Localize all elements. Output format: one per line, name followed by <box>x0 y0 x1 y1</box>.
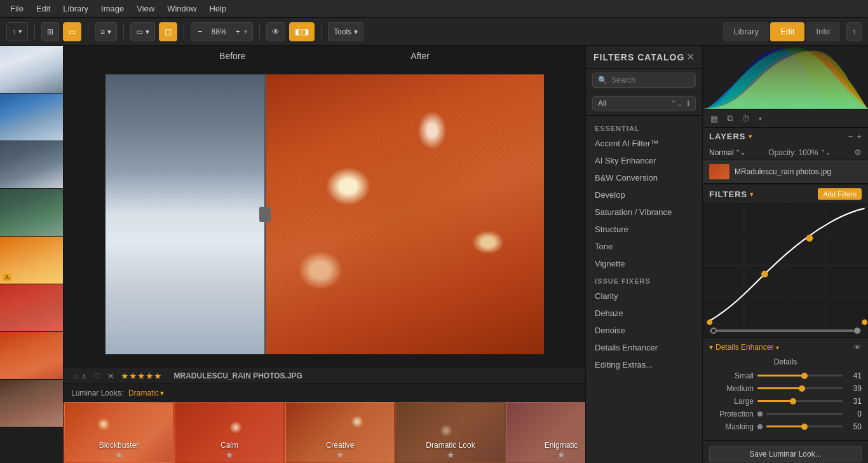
menu-help[interactable]: Help <box>204 3 231 15</box>
param-masking-slider[interactable] <box>766 425 843 427</box>
thumbnail-3[interactable] <box>0 141 64 189</box>
menu-edit[interactable]: Edit <box>31 3 55 15</box>
tab-info[interactable]: Info <box>806 22 840 41</box>
layer-item[interactable]: MRadulescu_rain photos.jpg <box>703 160 868 184</box>
layer-settings-btn[interactable]: ⚙ <box>854 148 862 157</box>
details-chevron: ▾ <box>709 343 713 352</box>
details-enhancer-section: ▾ Details Enhancer ▾ 👁 Details Small 41 … <box>703 338 868 441</box>
look-enigmatic-star[interactable]: ★ <box>557 450 566 460</box>
histogram-icon[interactable]: ▦ <box>708 113 721 125</box>
layers-icon[interactable]: ⧉ <box>724 112 735 125</box>
search-input[interactable] <box>611 76 690 85</box>
tab-edit[interactable]: Edit <box>770 22 804 41</box>
blend-mode-selector[interactable]: Normal ⌃⌄ <box>709 148 745 157</box>
zoom-plus-button[interactable]: + <box>234 27 242 36</box>
save-luminar-look-button[interactable]: Save Luminar Look... <box>709 446 862 462</box>
heart-icon: ♡ <box>93 371 101 381</box>
menu-view[interactable]: View <box>132 3 159 15</box>
curve-slider-right-handle[interactable] <box>854 328 860 334</box>
filter-accent-ai[interactable]: Accent AI Filter™ <box>586 135 702 152</box>
clock-icon[interactable]: ⏱ <box>739 113 752 125</box>
filter-vignette[interactable]: Vignette <box>586 255 702 272</box>
thumbnail-1[interactable] <box>0 46 64 93</box>
curve-range-left[interactable] <box>707 319 713 325</box>
thumbnail-2[interactable] <box>0 93 64 141</box>
split-divider[interactable] <box>264 74 266 354</box>
menu-window[interactable]: Window <box>162 3 201 15</box>
filter-clarity[interactable]: Clarity <box>586 287 702 305</box>
props-chevron[interactable]: ▾ <box>756 114 764 123</box>
before-after-button[interactable]: ◧◨ <box>289 22 315 41</box>
param-masking-fill <box>766 425 804 427</box>
details-visibility-btn[interactable]: 👁 <box>853 343 862 352</box>
thumbnail-5[interactable]: ⚠ <box>0 237 64 284</box>
param-protection-slider[interactable] <box>766 413 843 415</box>
filter-editing-extras[interactable]: Editing Extras... <box>586 356 702 373</box>
filter-bw[interactable]: B&W Conversion <box>586 169 702 186</box>
curve-slider-left-handle[interactable] <box>710 328 717 334</box>
filters-catalog-header: FILTERS CATALOG ✕ <box>586 46 702 69</box>
layers-plus-btn[interactable]: + <box>857 132 862 141</box>
param-large-slider[interactable] <box>757 400 843 402</box>
filter-develop[interactable]: Develop <box>586 186 702 204</box>
compare-button[interactable]: ◫ <box>159 22 177 41</box>
filter-denoise[interactable]: Denoise <box>586 322 702 339</box>
looks-style-selector[interactable]: Dramatic ▾ <box>128 389 164 397</box>
tab-library[interactable]: Library <box>723 22 769 41</box>
filter-dehaze[interactable]: Dehaze <box>586 305 702 322</box>
zoom-minus-button[interactable]: − <box>196 27 204 36</box>
grid-view-button[interactable]: ⊞ <box>41 22 59 41</box>
look-blockbuster[interactable]: Blockbuster ★ <box>64 402 174 463</box>
filters-all-dropdown[interactable]: All ⌃⌄ ℹ <box>592 96 696 111</box>
view-options-button[interactable]: ≡ ▾ <box>95 22 117 41</box>
look-blockbuster-star[interactable]: ★ <box>115 450 123 460</box>
thumbnail-7[interactable] <box>0 332 64 380</box>
thumbnail-6[interactable] <box>0 284 64 332</box>
filters-catalog-close[interactable]: ✕ <box>686 51 695 63</box>
info-icon[interactable]: ℹ <box>687 99 690 108</box>
filter-ai-sky[interactable]: AI Sky Enhancer <box>586 152 702 169</box>
look-calm-star[interactable]: ★ <box>226 450 234 460</box>
look-creative-star[interactable]: ★ <box>336 450 344 460</box>
details-enhancer-header[interactable]: ▾ Details Enhancer ▾ 👁 <box>709 343 862 352</box>
menu-image[interactable]: Image <box>96 3 129 15</box>
param-masking-label: Masking <box>709 422 754 431</box>
menu-file[interactable]: File <box>5 3 29 15</box>
preview-button[interactable]: 👁 <box>266 22 285 41</box>
opacity-value: Opacity: 100% <box>768 148 818 157</box>
layers-chevron: ▾ <box>749 133 752 140</box>
layers-minus-btn[interactable]: − <box>848 132 853 141</box>
curve-range-right[interactable] <box>862 319 867 325</box>
param-medium-slider[interactable] <box>757 387 843 389</box>
add-filters-button[interactable]: Add Filters <box>818 188 862 200</box>
curve-bottom-slider[interactable] <box>709 329 862 332</box>
panel-toggle-button[interactable]: ▭ ▾ <box>130 22 155 41</box>
menu-library[interactable]: Library <box>58 3 93 15</box>
filter-structure[interactable]: Structure <box>586 221 702 238</box>
tools-chevron: ▾ <box>354 27 358 36</box>
rating-stars[interactable]: ★★★★★ <box>121 371 162 381</box>
thumbnail-8[interactable] <box>0 380 64 427</box>
param-small-slider[interactable] <box>757 375 843 377</box>
param-protection-label: Protection <box>709 410 754 418</box>
filter-tone[interactable]: Tone <box>586 238 702 255</box>
export-button[interactable]: ↑ ▾ <box>6 22 28 41</box>
filter-details-enhancer[interactable]: Details Enhancer <box>586 339 702 356</box>
share-button[interactable]: ↑ <box>846 22 862 41</box>
thumbnail-4[interactable] <box>0 189 64 237</box>
filter-saturation[interactable]: Saturation / Vibrance <box>586 204 702 221</box>
look-creative[interactable]: Creative ★ <box>285 402 395 463</box>
before-after-bar: Before After <box>64 46 585 61</box>
look-dramatic-star[interactable]: ★ <box>447 450 455 460</box>
look-calm[interactable]: Calm ★ <box>174 402 285 463</box>
opacity-control: Opacity: 100% ⌃⌄ <box>768 148 831 157</box>
curve-dot-1[interactable] <box>761 270 768 277</box>
image-canvas[interactable] <box>64 61 585 368</box>
look-dramatic[interactable]: Dramatic Look ★ <box>395 402 506 463</box>
layer-name: MRadulescu_rain photos.jpg <box>735 167 862 176</box>
curve-dot-2[interactable] <box>806 235 813 242</box>
single-view-button[interactable]: ▭ <box>63 22 81 41</box>
tools-button[interactable]: Tools ▾ <box>328 22 363 41</box>
export-icon: ↑ <box>12 27 16 36</box>
look-enigmatic[interactable]: Enigmatic ★ <box>506 402 585 463</box>
